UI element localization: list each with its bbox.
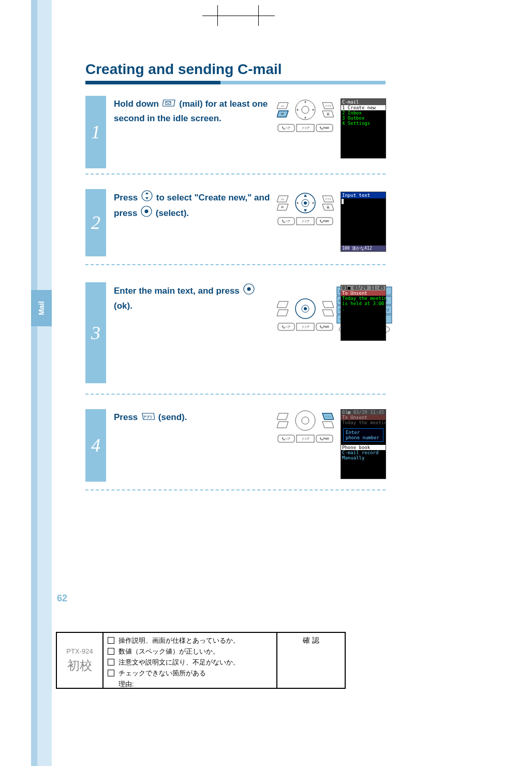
proof-checklist: 操作説明、画面が仕様とあっているか。 数値（スペック値）が正しいか。 注意文や説… bbox=[104, 633, 277, 688]
svg-point-7 bbox=[247, 287, 250, 291]
check-item: 理由: bbox=[108, 680, 272, 689]
check-label: 注意文や説明文に誤り、不足がないか。 bbox=[119, 658, 240, 667]
check-item: 操作説明、画面が仕様とあっているか。 bbox=[108, 636, 272, 645]
mail-key-icon bbox=[162, 97, 176, 111]
screen-title: Input text bbox=[341, 192, 386, 198]
svg-point-13 bbox=[305, 102, 306, 103]
svg-text:クリア: クリア bbox=[302, 437, 309, 440]
step-text-end: (select). bbox=[156, 208, 189, 218]
menu-item: 4 Settings bbox=[341, 121, 386, 126]
svg-point-16 bbox=[313, 109, 314, 111]
step-separator bbox=[85, 264, 386, 265]
page-title: Creating and sending C-mail bbox=[85, 61, 282, 78]
option-item: C-mail record bbox=[341, 450, 386, 455]
cursor-row bbox=[342, 199, 344, 204]
updown-key-icon bbox=[141, 190, 153, 206]
body-line: Today the meeting bbox=[341, 420, 386, 425]
screen-title: C-mail bbox=[341, 99, 386, 105]
svg-text:目: 目 bbox=[327, 206, 330, 209]
svg-text:✉: ✉ bbox=[281, 112, 284, 115]
step-text: Hold down (mail) for at least one second… bbox=[114, 97, 274, 125]
option-item: Phone book bbox=[341, 445, 386, 450]
appli-key-icon: アプリ bbox=[141, 411, 155, 425]
svg-point-33 bbox=[313, 203, 314, 204]
svg-text:📞ペア: 📞ペア bbox=[282, 325, 290, 329]
left-margin-strip bbox=[31, 0, 52, 766]
svg-text:📞PWR: 📞PWR bbox=[320, 325, 329, 329]
body-line: . bbox=[341, 306, 386, 311]
step-number: 2 bbox=[91, 212, 100, 234]
svg-text:📞ペア: 📞ペア bbox=[282, 126, 290, 130]
proof-stage: 初校 bbox=[67, 657, 92, 674]
screen-header: 01■ 03/29 11:45 bbox=[341, 285, 386, 291]
svg-text:クリア: クリア bbox=[302, 126, 309, 129]
screen-sub: To Unsent bbox=[341, 291, 386, 296]
body-line: is held at 3:00 pm bbox=[341, 301, 386, 306]
confirm-label: 確 認 bbox=[303, 636, 319, 645]
svg-point-29 bbox=[304, 201, 307, 205]
svg-text:アプリ: アプリ bbox=[325, 105, 331, 107]
svg-text:目: 目 bbox=[327, 112, 330, 115]
crop-marks-top bbox=[217, 5, 259, 26]
svg-point-11 bbox=[295, 100, 315, 120]
step-text: Enter the main text, and press (ok). bbox=[114, 283, 274, 313]
menu-item: 1 Create new bbox=[341, 105, 386, 110]
keypad-diagram-4: アプリ 📞ペア クリア 📞PWR bbox=[277, 409, 334, 452]
svg-text:📞PWR: 📞PWR bbox=[320, 220, 329, 223]
proof-left: PTX-924 初校 bbox=[57, 633, 104, 688]
prompt-line: phone number bbox=[345, 435, 382, 440]
svg-text:📖: 📖 bbox=[281, 197, 285, 201]
svg-text:📞PWR: 📞PWR bbox=[320, 437, 329, 441]
prompt-box: Enter phone number bbox=[343, 428, 383, 442]
checkbox-icon bbox=[108, 637, 114, 644]
phone-screen-2: Input text 100 漢かなA12 bbox=[341, 192, 386, 252]
svg-text:クリア: クリア bbox=[302, 325, 309, 328]
check-label: チェックできない箇所がある bbox=[119, 669, 206, 678]
body-line: Today the meeting bbox=[341, 296, 386, 301]
check-item: 注意文や説明文に誤り、不足がないか。 bbox=[108, 658, 272, 667]
step-text-end: (send). bbox=[158, 412, 187, 422]
phone-screen-4: 01■ 03/29 11:45 To Unsent Today the meet… bbox=[341, 409, 386, 479]
check-item: 数値（スペック値）が正しいか。 bbox=[108, 647, 272, 656]
step-separator bbox=[85, 394, 386, 395]
menu-item: 2 Inbox bbox=[341, 110, 386, 115]
screen-sub: To Unsent bbox=[341, 415, 386, 420]
screen-header: 01■ 03/29 11:45 bbox=[341, 410, 386, 415]
checkbox-icon bbox=[108, 659, 114, 666]
step-separator bbox=[85, 489, 386, 490]
step-number: 3 bbox=[91, 322, 100, 344]
side-tab-label: Mail bbox=[37, 301, 46, 315]
step-text-iconlabel: (mail) bbox=[179, 99, 202, 109]
svg-text:📞ペア: 📞ペア bbox=[282, 437, 290, 441]
checkbox-icon bbox=[108, 670, 114, 676]
model-number: PTX-924 bbox=[66, 647, 93, 655]
checkbox-icon bbox=[108, 648, 114, 655]
svg-text:📞PWR: 📞PWR bbox=[320, 126, 329, 130]
step-text-end: (ok). bbox=[114, 301, 132, 311]
svg-text:アプリ: アプリ bbox=[143, 415, 153, 418]
option-item: Manually bbox=[341, 455, 386, 460]
step-number: 1 bbox=[91, 121, 100, 143]
step-number-box: 4 bbox=[85, 409, 106, 482]
proof-box: PTX-924 初校 操作説明、画面が仕様とあっているか。 数値（スペック値）が… bbox=[56, 632, 346, 689]
step-number-box: 2 bbox=[85, 189, 106, 256]
svg-point-79 bbox=[295, 411, 315, 430]
center-key-icon bbox=[141, 206, 152, 221]
step-number-box: 1 bbox=[85, 96, 106, 168]
step-number: 4 bbox=[91, 435, 100, 456]
svg-text:📖: 📖 bbox=[281, 104, 285, 108]
svg-text:✉: ✉ bbox=[281, 206, 284, 209]
step-text-pre: Press bbox=[114, 193, 140, 203]
center-key-icon bbox=[243, 283, 255, 299]
svg-point-44 bbox=[304, 307, 307, 310]
step-text: Press to select "Create new," and press … bbox=[114, 190, 274, 221]
keypad-diagram-2: 📖 ✉ アプリ 目 📞ペア クリア 📞PWR bbox=[277, 192, 334, 234]
check-label: 理由: bbox=[119, 680, 134, 689]
svg-text:クリア: クリア bbox=[302, 220, 309, 223]
proof-confirm: 確 認 bbox=[277, 633, 345, 688]
status-bar: 100 漢かなA12 bbox=[341, 245, 386, 251]
step-text-pre: Press bbox=[114, 412, 140, 422]
step-text-pre: Hold down bbox=[114, 99, 161, 109]
svg-point-5 bbox=[145, 210, 149, 213]
step-text-pre: Enter the main text, and press bbox=[114, 286, 242, 296]
